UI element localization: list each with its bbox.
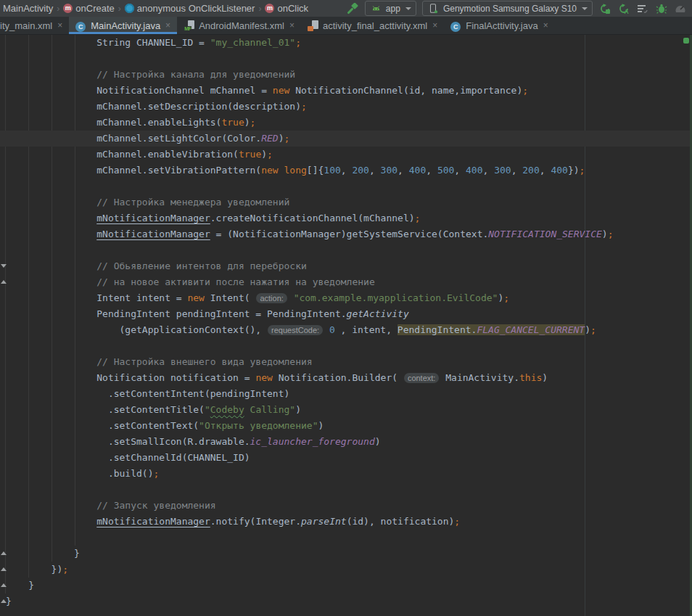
code-token: mChannel.enableVibration( — [6, 149, 239, 160]
code-token — [6, 213, 96, 223]
code-token: ) — [261, 149, 267, 160]
inspection-status-indicator[interactable] — [683, 38, 689, 44]
tab-FinalActtivity.java[interactable]: CFinalActtivity.java× — [444, 17, 554, 34]
java-class-icon: C — [450, 20, 461, 31]
build-hammer-icon[interactable] — [347, 2, 359, 15]
code-line: mChannel.enableVibration(true); — [0, 147, 692, 163]
code-token: } — [6, 548, 80, 559]
breadcrumb-item[interactable]: monCreate — [63, 3, 114, 14]
code-token: NotificationChannel mChannel = — [6, 85, 273, 96]
code-token: 400 — [551, 165, 567, 176]
code-line — [0, 242, 692, 258]
code-token: ic_launcher_foreground — [250, 436, 375, 447]
code-token: FLAG_CANCEL_CURRENT — [477, 324, 585, 335]
code-token: "com.example.myapplication.EvilCode" — [294, 292, 498, 303]
java-class-glyph: C — [450, 22, 461, 32]
tab-ity_main.xml[interactable]: ity_main.xml× — [0, 17, 69, 34]
code-token: ) — [279, 133, 284, 144]
code-token: 500 — [437, 165, 454, 176]
code-token: Notification.Builder( — [273, 372, 403, 383]
code-token: ; — [580, 165, 585, 176]
code-token: ; — [295, 37, 301, 48]
code-token: 200 — [352, 165, 368, 176]
code-line: mChannel.setVibrationPattern(new long[]{… — [0, 163, 692, 178]
code-token: ) — [542, 372, 548, 383]
code-line: } — [0, 578, 692, 594]
tab-label: activity_final_acttivity.xml — [323, 20, 427, 31]
apply-changes-icon[interactable] — [598, 2, 611, 15]
tab-close-icon[interactable]: × — [543, 20, 548, 30]
code-token: , — [511, 165, 523, 176]
tab-activity_final_acttivity.xml[interactable]: activity_final_acttivity.xml× — [301, 17, 444, 34]
code-token: } — [6, 580, 34, 591]
code-token: = (NotificationManager)getSystemService(… — [210, 229, 489, 239]
code-line — [0, 51, 692, 67]
code-editor[interactable]: String CHANNEL_ID = "my_channel_01"; // … — [0, 35, 692, 616]
manifest-icon: MF — [184, 20, 194, 31]
code-line: Notification notification = new Notifica… — [0, 370, 692, 386]
toolbar-actions: A — [598, 2, 688, 15]
profiler-icon[interactable] — [674, 2, 686, 15]
code-token: true — [221, 117, 244, 128]
ide-window: MainActivity›monCreate›anonymous OnClick… — [0, 0, 692, 616]
breadcrumb-item[interactable]: MainActivity — [3, 3, 53, 14]
breadcrumb-separator-icon: › — [258, 4, 261, 14]
method-icon: m — [265, 4, 274, 13]
debug-icon[interactable] — [655, 2, 667, 15]
code-line: (getApplicationContext(), requestCode: 0… — [0, 322, 692, 338]
code-token: // Запуск уведомления — [6, 500, 216, 511]
code-token: Intent( — [205, 292, 255, 303]
code-token — [288, 292, 294, 303]
fold-up-icon[interactable] — [1, 551, 7, 555]
param-hint-chip: action: — [256, 293, 287, 303]
code-token: Notification notification = — [6, 372, 255, 383]
param-hint-chip: requestCode: — [268, 325, 323, 335]
code-token: .setSmallIcon(R.drawable. — [6, 436, 250, 447]
fold-up-icon[interactable] — [1, 599, 7, 603]
code-line: .setContentText("Открыть уведомление") — [0, 418, 692, 434]
code-token: // Настройка внешнего вида уведомления — [6, 356, 313, 367]
tab-close-icon[interactable]: × — [57, 20, 62, 30]
code-line: // на новое активити после нажатия на ув… — [0, 274, 692, 290]
breadcrumb-item[interactable]: monClick — [265, 3, 308, 14]
chevron-down-icon — [405, 7, 411, 10]
code-token: // Настройка менеджера уведомлений — [6, 197, 289, 208]
code-token: 400 — [466, 165, 482, 176]
run-list-icon[interactable] — [636, 2, 648, 15]
tab-AndroidManifest.xml[interactable]: MFAndroidManifest.xml× — [177, 17, 301, 34]
param-hint-chip: context: — [404, 373, 440, 383]
code-token: 200 — [522, 165, 539, 176]
tab-label: AndroidManifest.xml — [199, 20, 284, 31]
class-icon — [125, 4, 134, 13]
code-token: .notify(Integer. — [210, 516, 301, 527]
code-token: .setChannelId(CHANNEL_ID) — [6, 452, 250, 463]
run-config-selector[interactable]: app — [365, 1, 416, 16]
tab-MainActivity.java[interactable]: CMainActivity.java× — [69, 17, 177, 34]
code-token: PendingIntent pendingIntent = PendingInt… — [6, 308, 347, 319]
code-token: "my_channel_01" — [210, 37, 295, 48]
breadcrumb-item[interactable]: anonymous OnClickListener — [125, 3, 255, 14]
code-line: Intent intent = new Intent( action: "com… — [0, 290, 692, 306]
editor-tab-bar: ity_main.xml×CMainActivity.java×MFAndroi… — [0, 17, 692, 35]
device-selector[interactable]: Genymotion Samsung Galaxy S10 — [422, 1, 593, 16]
tab-close-icon[interactable]: × — [165, 20, 170, 30]
code-token: "Открыть уведомление" — [199, 420, 318, 431]
code-line: }); — [0, 562, 692, 578]
fold-up-icon[interactable] — [1, 280, 7, 284]
fold-up-icon[interactable] — [1, 567, 7, 571]
tab-close-icon[interactable]: × — [289, 20, 294, 30]
tab-close-icon[interactable]: × — [432, 20, 437, 30]
code-line: PendingIntent pendingIntent = PendingInt… — [0, 306, 692, 322]
code-token: Codeby — [210, 404, 244, 415]
code-token: true — [239, 149, 261, 160]
code-token: ; — [62, 564, 68, 575]
code-token: , — [483, 165, 495, 176]
code-line: mNotificationManager.createNotificationC… — [0, 210, 692, 226]
code-token: ; — [154, 468, 160, 479]
fold-up-icon[interactable] — [1, 583, 7, 587]
apply-code-changes-icon[interactable]: A — [617, 2, 630, 15]
code-token — [6, 516, 96, 527]
code-line — [0, 482, 692, 498]
fold-down-icon[interactable] — [1, 264, 7, 268]
code-token: ) — [602, 229, 608, 239]
